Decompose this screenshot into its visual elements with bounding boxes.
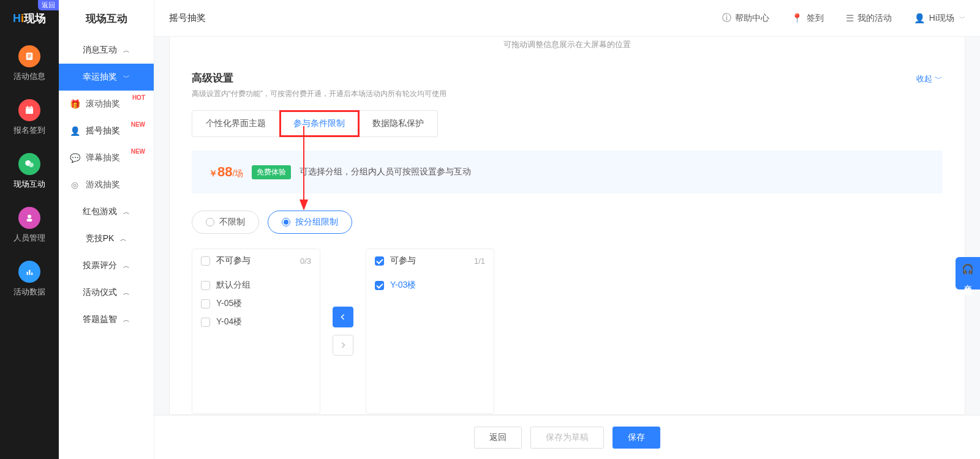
chat-icon <box>18 153 40 175</box>
transfer-right-title: 可参与 <box>390 255 416 266</box>
user-icon: 👤 <box>914 13 925 24</box>
save-button[interactable]: 保存 <box>612 427 660 449</box>
chevron-up-icon: ︿ <box>123 315 130 324</box>
list-item[interactable]: Y-04楼 <box>201 313 311 331</box>
rail-label: 现场互动 <box>13 179 45 190</box>
drag-hint: 可拖动调整信息展示在大屏幕的位置 <box>170 37 965 56</box>
svg-rect-1 <box>28 54 31 55</box>
list-item[interactable]: Y-05楼 <box>201 294 311 313</box>
hot-badge: HOT <box>132 94 145 101</box>
radio-icon <box>206 218 214 226</box>
info-icon: ⓘ <box>722 12 731 24</box>
chevron-up-icon: ︿ <box>123 46 130 55</box>
svg-rect-12 <box>27 272 28 275</box>
checkin-link[interactable]: 📍签到 <box>791 13 824 24</box>
svg-rect-7 <box>31 106 32 108</box>
new-badge: NEW <box>131 121 145 128</box>
price: ￥88/场 <box>209 164 243 180</box>
logo[interactable]: Hi现场 返回 <box>0 0 59 37</box>
pin-icon: 📍 <box>791 13 803 24</box>
section-title: 高级设置 <box>192 71 916 85</box>
chevron-down-icon: ﹀ <box>123 73 130 82</box>
back-pill[interactable]: 返回 <box>38 0 59 10</box>
chevron-up-icon: ︿ <box>120 234 127 244</box>
chevron-down-icon: ﹀ <box>959 14 965 23</box>
settings-tabs: 个性化界面主题 参与条件限制 数据隐私保护 <box>192 110 438 137</box>
list-icon: ☰ <box>846 13 854 24</box>
rail-label: 报名签到 <box>13 125 45 136</box>
radio-by-group[interactable]: 按分组限制 <box>268 211 352 234</box>
topbar: 摇号抽奖 ⓘ帮助中心 📍签到 ☰我的活动 👤Hi现场﹀ <box>154 0 980 37</box>
footer-bar: 返回 保存为草稿 保存 <box>154 415 980 459</box>
svg-rect-11 <box>27 219 32 222</box>
back-button[interactable]: 返回 <box>474 427 522 449</box>
help-link[interactable]: ⓘ帮助中心 <box>722 12 769 24</box>
menu-sub-scroll[interactable]: 🎁滚动抽奖HOT <box>59 91 154 118</box>
svg-point-9 <box>29 163 34 168</box>
price-desc: 可选择分组，分组内人员可按照设置参与互动 <box>300 166 471 177</box>
checkbox[interactable] <box>201 299 210 308</box>
menu-cat-vote[interactable]: 投票评分︿ <box>59 252 154 279</box>
checkbox[interactable] <box>375 256 384 266</box>
menu-cat-quiz[interactable]: 答题益智︿ <box>59 306 154 333</box>
checkbox[interactable] <box>201 281 210 290</box>
menu-cat-lottery[interactable]: 幸运抽奖﹀ <box>59 64 154 91</box>
checkbox[interactable] <box>201 318 210 327</box>
transfer-right-count: 1/1 <box>474 256 485 266</box>
rail-label: 活动信息 <box>13 71 45 82</box>
menu-cat-message[interactable]: 消息互动︿ <box>59 37 154 64</box>
rail-label: 人员管理 <box>13 233 45 244</box>
rail-item-data[interactable]: 活动数据 <box>0 252 59 306</box>
list-item[interactable]: Y-03楼 <box>375 276 485 294</box>
person-icon <box>18 207 40 229</box>
rail-label: 活动数据 <box>13 286 45 297</box>
chevron-up-icon: ︿ <box>123 207 130 217</box>
save-draft-button[interactable]: 保存为草稿 <box>530 427 604 449</box>
online-support-button[interactable]: 🎧 在线咨询 <box>956 257 980 289</box>
menu-sub-game[interactable]: ◎游戏抽奖 <box>59 171 154 198</box>
scroll-area[interactable]: 可拖动调整信息展示在大屏幕的位置 高级设置 高级设置内“付费功能”，可按需付费开… <box>169 37 965 415</box>
person-icon: 👤 <box>70 126 80 136</box>
user-menu[interactable]: 👤Hi现场﹀ <box>914 13 965 24</box>
chevron-up-icon: ︿ <box>123 261 130 271</box>
checkbox[interactable] <box>201 256 210 266</box>
move-left-button[interactable] <box>333 307 353 327</box>
group-transfer: 不可参与0/3 默认分组 Y-05楼 Y-04楼 可参与1/1 Y-03楼 <box>192 248 943 414</box>
menu-sub-shake[interactable]: 👤摇号抽奖NEW <box>59 118 154 144</box>
side-menu: 现场互动 消息互动︿ 幸运抽奖﹀ 🎁滚动抽奖HOT 👤摇号抽奖NEW 💬弹幕抽奖… <box>59 0 154 459</box>
rail-item-people[interactable]: 人员管理 <box>0 198 59 252</box>
menu-sub-danmu[interactable]: 💬弹幕抽奖NEW <box>59 144 154 171</box>
list-item[interactable]: 默认分组 <box>201 276 311 294</box>
svg-marker-16 <box>300 200 308 211</box>
svg-rect-2 <box>28 56 31 56</box>
page-title: 摇号抽奖 <box>169 12 206 24</box>
transfer-left-count: 0/3 <box>300 256 311 266</box>
rail-item-activity-info[interactable]: 活动信息 <box>0 37 59 91</box>
menu-cat-ceremony[interactable]: 活动仪式︿ <box>59 279 154 306</box>
transfer-right: 可参与1/1 Y-03楼 <box>366 248 494 414</box>
rail-item-live-interact[interactable]: 现场互动 <box>0 144 59 198</box>
radio-unlimited[interactable]: 不限制 <box>192 211 259 234</box>
menu-cat-redpack[interactable]: 红包游戏︿ <box>59 198 154 225</box>
section-desc: 高级设置内“付费功能”，可按需付费开通，开通后本场活动内所有轮次均可使用 <box>192 89 916 99</box>
move-right-button[interactable] <box>333 335 353 356</box>
checkbox[interactable] <box>375 281 384 290</box>
collapse-button[interactable]: 收起﹀ <box>916 73 943 84</box>
headset-icon: 🎧 <box>962 263 974 275</box>
menu-cat-pk[interactable]: 竞技PK︿ <box>59 225 154 252</box>
rail-item-signup[interactable]: 报名签到 <box>0 91 59 144</box>
tab-privacy[interactable]: 数据隐私保护 <box>359 111 437 136</box>
tab-theme[interactable]: 个性化界面主题 <box>192 111 280 136</box>
svg-rect-6 <box>27 106 28 108</box>
tab-conditions[interactable]: 参与条件限制 <box>280 111 359 136</box>
chevron-down-icon: ﹀ <box>935 73 943 84</box>
svg-rect-14 <box>31 273 32 275</box>
chart-icon <box>18 261 40 283</box>
side-title: 现场互动 <box>59 0 154 37</box>
svg-rect-5 <box>26 107 33 109</box>
main: 可拖动调整信息展示在大屏幕的位置 高级设置 高级设置内“付费功能”，可按需付费开… <box>154 37 980 459</box>
my-activities-link[interactable]: ☰我的活动 <box>846 13 892 24</box>
free-trial-tag[interactable]: 免费体验 <box>252 165 291 179</box>
radio-icon <box>282 218 290 226</box>
new-badge: NEW <box>131 148 145 155</box>
